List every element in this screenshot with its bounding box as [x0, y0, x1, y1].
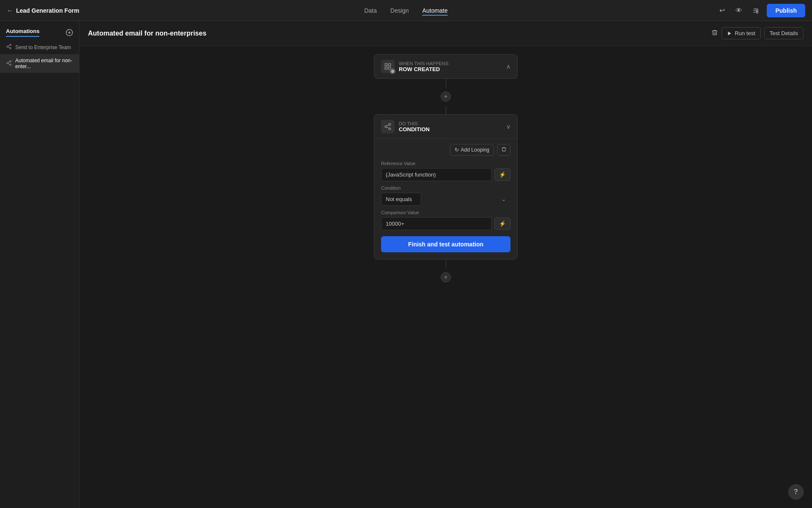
svg-point-10: [10, 47, 11, 49]
svg-marker-18: [728, 31, 731, 35]
looping-icon: ↻: [455, 147, 459, 153]
condition-select[interactable]: Not equals Equals Contains Greater than …: [381, 193, 421, 206]
svg-point-15: [10, 64, 11, 66]
add-looping-button[interactable]: ↻ Add Looping: [450, 144, 494, 156]
undo-button[interactable]: ↩: [716, 5, 728, 17]
condition-label: Do this:: [399, 121, 430, 126]
comparison-value-label: Comparison Value: [381, 210, 510, 215]
svg-rect-19: [385, 64, 387, 66]
comparison-value-input[interactable]: [381, 217, 492, 230]
svg-line-17: [8, 61, 10, 62]
condition-chevron: ∨: [506, 123, 510, 130]
back-button[interactable]: ← Lead Generation Form: [7, 7, 79, 14]
reference-value-label: Reference Value: [381, 161, 510, 166]
add-step-button-2[interactable]: +: [441, 272, 451, 282]
help-button[interactable]: ?: [788, 484, 804, 500]
preview-button[interactable]: 👁: [733, 5, 745, 17]
svg-point-23: [391, 69, 394, 73]
sidebar-title: Automations: [6, 28, 39, 37]
automation-canvas: When this happens: ROW CREATED ∧ +: [80, 46, 812, 508]
svg-line-28: [387, 125, 389, 126]
connector-3: [446, 260, 446, 268]
svg-line-16: [8, 63, 10, 64]
svg-point-13: [10, 61, 11, 62]
run-test-label: Run test: [735, 30, 755, 36]
svg-point-14: [7, 62, 8, 64]
svg-rect-20: [389, 64, 391, 66]
svg-rect-21: [385, 67, 387, 69]
main-content: Automated email for non-enterprises Run …: [80, 21, 812, 508]
trigger-icon: [381, 60, 395, 73]
trigger-chevron: ∧: [506, 63, 510, 70]
svg-line-11: [8, 47, 10, 48]
svg-point-25: [385, 126, 387, 128]
main-header: Automated email for non-enterprises Run …: [80, 21, 812, 46]
svg-line-12: [8, 45, 10, 46]
share-icon-2: [6, 60, 12, 67]
condition-select-wrapper: Not equals Equals Contains Greater than …: [381, 193, 510, 206]
publish-button[interactable]: Publish: [767, 4, 805, 17]
trigger-block-header[interactable]: When this happens: ROW CREATED ∧: [374, 55, 517, 78]
reference-lightning-button[interactable]: ⚡: [494, 168, 510, 181]
topbar-actions: ↩ 👁 Publish: [716, 4, 805, 17]
connector-1: [446, 79, 446, 87]
reference-value-row: ⚡: [381, 168, 510, 181]
nav-data[interactable]: Data: [364, 6, 377, 16]
condition-actions: ↻ Add Looping: [381, 144, 510, 156]
test-details-button[interactable]: Test Details: [764, 27, 804, 39]
main-layout: Automations Send to Enterprise Team: [0, 21, 812, 508]
trigger-value: ROW CREATED: [399, 66, 450, 72]
condition-block-body: ↻ Add Looping Reference Value: [374, 138, 517, 259]
svg-point-24: [389, 124, 391, 126]
trigger-icon-badge: [390, 68, 395, 74]
svg-point-26: [389, 128, 391, 130]
condition-select-row: Not equals Equals Contains Greater than …: [381, 193, 510, 206]
trigger-text: When this happens: ROW CREATED: [399, 61, 450, 72]
condition-text: Do this: CONDITION: [399, 121, 430, 133]
trigger-header-left: When this happens: ROW CREATED: [381, 60, 450, 73]
back-icon: ←: [7, 7, 13, 14]
nav-automate[interactable]: Automate: [422, 6, 448, 16]
condition-block: Do this: CONDITION ∨ ↻ Add Looping: [374, 114, 518, 260]
sidebar-item-enterprise[interactable]: Send to Enterprise Team: [0, 40, 79, 54]
sidebar-item-non-enterprise[interactable]: Automated email for non-enter...: [0, 54, 79, 73]
add-step-button-1[interactable]: +: [441, 91, 451, 102]
svg-line-27: [387, 127, 389, 128]
share-icon: [6, 44, 12, 51]
settings-button[interactable]: [750, 5, 762, 17]
comparison-value-row: ⚡: [381, 217, 510, 230]
svg-point-9: [7, 46, 8, 47]
condition-value: CONDITION: [399, 126, 430, 133]
comparison-lightning-button[interactable]: ⚡: [494, 218, 510, 230]
sidebar-item-label-2: Automated email for non-enter...: [15, 58, 73, 69]
sidebar-header: Automations: [0, 21, 79, 40]
condition-header-left: Do this: CONDITION: [381, 120, 430, 133]
condition-block-header[interactable]: Do this: CONDITION ∨: [374, 115, 517, 138]
connector-2: [446, 106, 446, 114]
add-looping-label: Add Looping: [461, 147, 489, 153]
automation-flow: When this happens: ROW CREATED ∧ +: [374, 54, 518, 287]
header-actions: Run test Test Details: [711, 27, 804, 39]
finish-test-button[interactable]: Finish and test automation: [381, 236, 510, 252]
trigger-label: When this happens:: [399, 61, 450, 66]
reference-value-input[interactable]: [381, 168, 492, 181]
run-test-button[interactable]: Run test: [721, 27, 760, 39]
nav-design[interactable]: Design: [390, 6, 409, 16]
topbar-nav: Data Design Automate: [364, 6, 447, 16]
sidebar-item-label: Send to Enterprise Team: [15, 44, 71, 50]
add-automation-button[interactable]: [66, 29, 73, 36]
svg-point-8: [10, 44, 11, 46]
condition-icon: [381, 120, 395, 133]
app-title: Lead Generation Form: [16, 7, 79, 14]
automation-title: Automated email for non-enterprises: [88, 30, 206, 37]
delete-condition-button[interactable]: [497, 144, 510, 156]
topbar: ← Lead Generation Form Data Design Autom…: [0, 0, 812, 21]
condition-select-label: Condition: [381, 185, 510, 190]
svg-point-4: [757, 10, 758, 11]
trigger-block: When this happens: ROW CREATED ∧: [374, 54, 518, 79]
sidebar: Automations Send to Enterprise Team: [0, 21, 80, 508]
delete-automation-button[interactable]: [711, 29, 718, 38]
